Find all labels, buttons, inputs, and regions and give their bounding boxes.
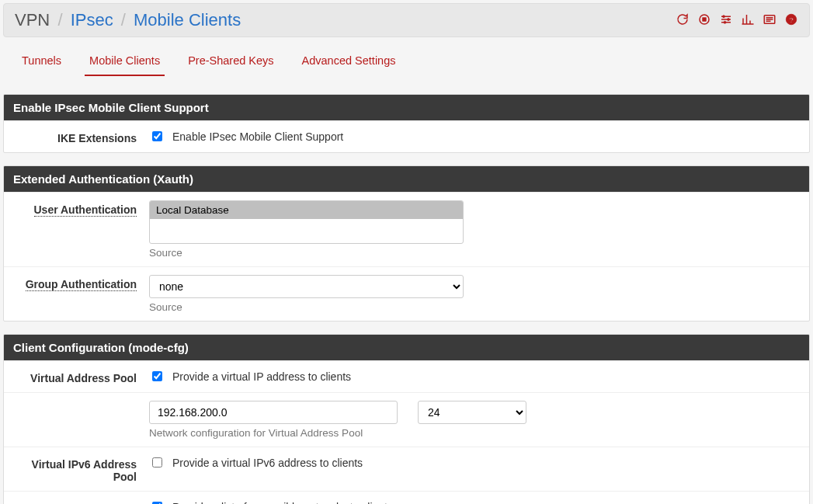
breadcrumb-ipsec[interactable]: IPsec <box>71 10 113 30</box>
panel-enable-ipsec: Enable IPsec Mobile Client Support IKE E… <box>3 94 810 153</box>
user-authentication-label: User Authentication <box>13 200 149 216</box>
svg-text:?: ? <box>789 15 794 23</box>
panel-xauth: Extended Authentication (Xauth) User Aut… <box>3 165 810 322</box>
tabs: Tunnels Mobile Clients Pre-Shared Keys A… <box>3 47 810 77</box>
breadcrumb-root: VPN <box>15 10 50 30</box>
tab-pre-shared-keys[interactable]: Pre-Shared Keys <box>183 47 278 76</box>
user-authentication-option[interactable]: Local Database <box>150 201 463 219</box>
breadcrumb-leaf[interactable]: Mobile Clients <box>134 10 241 30</box>
help-icon[interactable]: ? <box>784 12 798 29</box>
virtual-ipv6-pool-checkbox[interactable] <box>152 457 162 468</box>
tab-advanced-settings[interactable]: Advanced Settings <box>297 47 401 76</box>
svg-point-3 <box>728 18 730 20</box>
user-authentication-listbox[interactable]: Local Database <box>149 200 464 244</box>
panel-header: Client Configuration (mode-cfg) <box>4 335 809 360</box>
refresh-icon[interactable] <box>676 12 690 29</box>
breadcrumb-sep: / <box>118 10 129 30</box>
virtual-address-pool-label: Virtual Address Pool <box>13 369 149 384</box>
stop-icon[interactable] <box>697 12 711 29</box>
group-authentication-label: Group Authentication <box>13 275 149 290</box>
virtual-ipv6-pool-label: Virtual IPv6 Address Pool <box>13 455 149 483</box>
enable-ipsec-text: Enable IPsec Mobile Client Support <box>172 130 343 143</box>
breadcrumb-sep: / <box>54 10 65 30</box>
enable-ipsec-checkbox[interactable] <box>152 131 162 141</box>
bar-chart-icon[interactable] <box>741 12 755 29</box>
ike-extensions-label: IKE Extensions <box>13 129 149 144</box>
header-toolbar: ? <box>676 12 798 29</box>
svg-point-4 <box>724 21 726 23</box>
tab-tunnels[interactable]: Tunnels <box>17 47 66 76</box>
svg-point-2 <box>723 15 725 17</box>
vap-prefix-select[interactable]: 24 <box>418 401 526 424</box>
vap-network-input[interactable] <box>149 401 398 424</box>
user-auth-help: Source <box>149 247 800 259</box>
svg-rect-1 <box>703 17 707 21</box>
panel-client-config: Client Configuration (mode-cfg) Virtual … <box>3 334 810 504</box>
network-list-text: Provide a list of accessible networks to… <box>172 501 393 505</box>
tab-mobile-clients[interactable]: Mobile Clients <box>85 47 165 76</box>
virtual-ipv6-pool-text: Provide a virtual IPv6 address to client… <box>172 457 363 469</box>
sliders-icon[interactable] <box>719 12 733 29</box>
log-icon[interactable] <box>763 12 777 29</box>
virtual-address-pool-checkbox[interactable] <box>152 371 162 381</box>
network-list-label: Network List <box>13 499 149 504</box>
virtual-address-pool-text: Provide a virtual IP address to clients <box>172 370 351 383</box>
panel-header: Enable IPsec Mobile Client Support <box>4 95 809 120</box>
vap-help: Network configuration for Virtual Addres… <box>149 427 800 439</box>
breadcrumb: VPN / IPsec / Mobile Clients <box>15 10 241 30</box>
page-header: VPN / IPsec / Mobile Clients ? <box>3 3 810 37</box>
group-auth-help: Source <box>149 301 800 313</box>
panel-header: Extended Authentication (Xauth) <box>4 166 809 192</box>
group-authentication-select[interactable]: none <box>149 275 464 298</box>
